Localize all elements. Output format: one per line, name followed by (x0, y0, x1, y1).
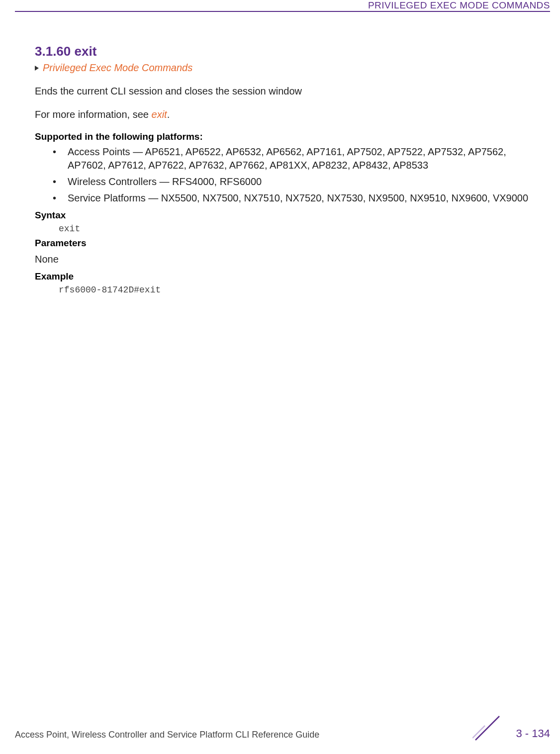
section-title: 3.1.60 exit (35, 44, 534, 59)
supported-heading: Supported in the following platforms: (35, 131, 534, 142)
page-footer: Access Point, Wireless Controller and Se… (15, 720, 550, 740)
parameters-value: None (35, 254, 534, 265)
syntax-heading: Syntax (35, 210, 534, 221)
more-info-link[interactable]: exit (152, 109, 167, 120)
svg-line-0 (475, 716, 499, 740)
parameters-heading: Parameters (35, 238, 534, 249)
header-rule (15, 11, 550, 12)
running-header: PRIVILEGED EXEC MODE COMMANDS (368, 0, 550, 11)
content-area: 3.1.60 exit Privileged Exec Mode Command… (35, 44, 534, 299)
footer-page-number: 3 - 134 (516, 727, 551, 740)
triangle-right-icon (35, 66, 39, 71)
breadcrumb: Privileged Exec Mode Commands (35, 62, 534, 74)
page: PRIVILEGED EXEC MODE COMMANDS 3.1.60 exi… (0, 0, 560, 754)
example-heading: Example (35, 271, 534, 282)
footer-title: Access Point, Wireless Controller and Se… (15, 730, 319, 740)
list-item: Service Platforms — NX5500, NX7500, NX75… (53, 191, 534, 205)
footer-slash-icon (472, 713, 502, 743)
syntax-code: exit (59, 224, 534, 234)
more-info-prefix: For more information, see (35, 109, 152, 120)
more-info-suffix: . (167, 109, 170, 120)
more-info-paragraph: For more information, see exit. (35, 108, 534, 121)
supported-platforms-list: Access Points — AP6521, AP6522, AP6532, … (35, 145, 534, 205)
list-item: Wireless Controllers — RFS4000, RFS6000 (53, 175, 534, 188)
breadcrumb-text: Privileged Exec Mode Commands (43, 62, 192, 74)
description-paragraph: Ends the current CLI session and closes … (35, 85, 534, 98)
example-code: rfs6000-81742D#exit (59, 285, 534, 295)
list-item: Access Points — AP6521, AP6522, AP6532, … (53, 145, 534, 172)
